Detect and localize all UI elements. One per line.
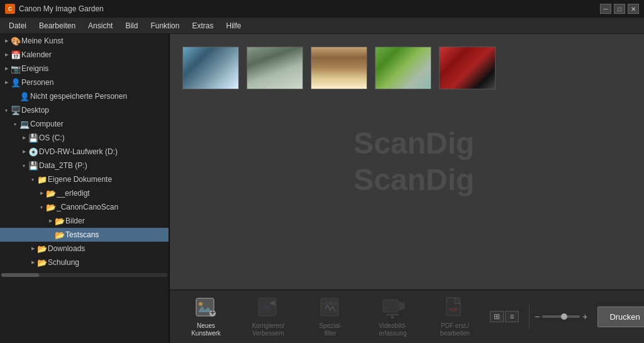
thumbnail-4[interactable]: [375, 47, 431, 89]
tool-button-videobild: Videobild- erfassung: [363, 293, 423, 340]
calendar-icon: 📅: [10, 50, 21, 60]
sidebar-item-schulung[interactable]: ▶📂Schulung: [0, 256, 169, 269]
folder-desktop-icon: 🖥️: [10, 105, 21, 115]
menu-item-bearbeiten[interactable]: Bearbeiten: [33, 19, 82, 33]
sidebar-item-bilder[interactable]: ▶📂Bilder: [0, 214, 169, 228]
thumbnail-3[interactable]: [311, 47, 367, 89]
close-button[interactable]: ✕: [628, 4, 639, 14]
view-controls: ⊞≡: [490, 311, 519, 322]
korrigieren-icon: [256, 296, 281, 320]
videobild-icon: [380, 296, 406, 320]
sidebar-item-erledigt[interactable]: ▶📂__erledigt: [0, 186, 169, 200]
drive-icon: 💾: [28, 133, 39, 143]
tree-arrow: ▶: [3, 66, 10, 71]
menu-item-bild[interactable]: Bild: [119, 19, 144, 33]
sidebar-label: Testscans: [65, 230, 99, 239]
menu-item-funktion[interactable]: Funktion: [144, 19, 186, 33]
tree-arrow: ▶: [29, 246, 36, 251]
sidebar-label: _CanonCanoScan: [57, 203, 118, 211]
computer-icon: 💻: [19, 119, 30, 129]
sidebar-item-personen[interactable]: ▶👤Personen: [0, 76, 169, 89]
sidebar-label: Downloads: [48, 244, 85, 253]
sidebar-label: __erledigt: [57, 189, 90, 198]
svg-rect-6: [321, 298, 338, 316]
tool-label: Korrigieren/ Verbessern: [252, 322, 285, 337]
titlebar-left: C Canon My Image Garden: [5, 4, 104, 14]
menu-item-hilfe[interactable]: Hilfe: [219, 19, 247, 33]
sidebar-item-dvd[interactable]: ▶💿DVD-RW-Laufwerk (D:): [0, 145, 169, 159]
watermark: ScanDigScanDig: [353, 125, 474, 198]
svg-rect-10: [383, 300, 398, 312]
main-layout: ▶🎨Meine Kunst▶📅Kalender▶📷Ereignis▶👤Perso…: [0, 34, 644, 343]
tree-arrow: ▶: [3, 80, 10, 85]
sidebar-item-nicht-gespeichert[interactable]: 👤Nicht gespeicherte Personen: [0, 89, 169, 103]
zoom-area: −+: [535, 312, 587, 322]
svg-text:+: +: [210, 308, 214, 317]
tool-label: Neues Kunstwerk: [191, 322, 221, 337]
thumbnail-5[interactable]: [439, 47, 496, 89]
sidebar-label: Meine Kunst: [21, 37, 64, 45]
titlebar: C Canon My Image Garden ─ □ ✕: [0, 0, 644, 18]
sidebar-item-kunst[interactable]: ▶🎨Meine Kunst: [0, 34, 169, 48]
tool-button-neues-kunstwerk[interactable]: + Neues Kunstwerk: [176, 293, 236, 340]
sidebar-item-ereignis[interactable]: ▶📷Ereignis: [0, 62, 169, 76]
tree-arrow: ▼: [3, 108, 10, 113]
thumbnail-2[interactable]: [247, 47, 303, 89]
sidebar-item-downloads[interactable]: ▶📂Downloads: [0, 242, 169, 256]
bottom-toolbar: + Neues Kunstwerk Korrigieren/ Verbesser…: [170, 290, 644, 343]
person-icon: 👤: [19, 91, 30, 101]
sidebar-hscroll[interactable]: [0, 272, 169, 278]
folder-yellow-icon: 📂: [54, 216, 65, 226]
zoom-slider[interactable]: [542, 315, 580, 318]
drive2-icon: 💾: [28, 160, 39, 171]
tool-button-spezialfilter: Spezial- filter: [301, 293, 360, 340]
menu-item-extras[interactable]: Extras: [186, 19, 219, 33]
tool-label: Spezial- filter: [319, 322, 341, 337]
sidebar-label: Data_2TB (P:): [39, 161, 87, 170]
minimize-button[interactable]: ─: [600, 4, 611, 14]
sidebar-item-data2tb[interactable]: ▼💾Data_2TB (P:): [0, 159, 169, 172]
folder-yellow-icon: 📂: [54, 230, 65, 240]
sidebar[interactable]: ▶🎨Meine Kunst▶📅Kalender▶📷Ereignis▶👤Perso…: [0, 34, 170, 343]
sidebar-item-computer[interactable]: ▼💻Computer: [0, 117, 169, 131]
menu-item-ansicht[interactable]: Ansicht: [82, 19, 119, 33]
thumbnail-1[interactable]: [182, 47, 239, 89]
svg-marker-11: [399, 301, 404, 310]
menubar: DateiBearbeitenAnsichtBildFunktionExtras…: [0, 18, 644, 34]
art-icon: 🎨: [10, 36, 21, 46]
list-view-button[interactable]: ≡: [505, 311, 519, 322]
zoom-plus-button[interactable]: +: [582, 312, 587, 322]
hscroll-thumb[interactable]: [1, 273, 39, 277]
maximize-button[interactable]: □: [614, 4, 625, 14]
tree-arrow: ▶: [20, 149, 28, 154]
sidebar-item-eigene-dok[interactable]: ▼📁Eigene Dokumente: [0, 172, 169, 186]
sidebar-label: DVD-RW-Laufwerk (D:): [39, 147, 118, 156]
print-button[interactable]: Drucken: [597, 306, 644, 327]
tree-arrow: ▶: [20, 135, 28, 140]
sidebar-item-canon-scan[interactable]: ▼📂_CanonCanoScan: [0, 200, 169, 214]
sidebar-item-os-c[interactable]: ▶💾OS (C:): [0, 131, 169, 145]
window-controls: ─ □ ✕: [600, 4, 639, 14]
sidebar-label: Bilder: [65, 216, 85, 225]
svg-point-13: [391, 316, 394, 318]
zoom-minus-button[interactable]: −: [535, 312, 540, 322]
tree-arrow: ▶: [38, 191, 45, 196]
sidebar-label: Computer: [30, 120, 64, 128]
spezialfilter-icon: [318, 296, 343, 320]
sidebar-label: Eigene Dokumente: [48, 175, 112, 184]
image-area: ScanDigScanDig: [170, 34, 644, 290]
tool-button-pdf: PDF PDF erst./ bearbeiten: [425, 293, 485, 340]
tree-arrow: ▶: [3, 38, 10, 43]
tool-label: PDF erst./ bearbeiten: [440, 322, 470, 337]
folder-yellow-icon: 📂: [45, 202, 57, 212]
zoom-thumb[interactable]: [561, 313, 567, 320]
dvd-icon: 💿: [28, 147, 39, 157]
tool-button-korrigieren: Korrigieren/ Verbessern: [238, 293, 298, 340]
menu-item-datei[interactable]: Datei: [3, 19, 33, 33]
grid-view-button[interactable]: ⊞: [490, 311, 504, 322]
pdf-icon: PDF: [443, 296, 468, 320]
sidebar-item-kalender[interactable]: ▶📅Kalender: [0, 48, 169, 62]
sidebar-item-desktop[interactable]: ▼🖥️Desktop: [0, 103, 169, 117]
sidebar-item-testscans[interactable]: 📂Testscans: [0, 228, 169, 242]
tree-arrow: ▼: [11, 122, 19, 127]
